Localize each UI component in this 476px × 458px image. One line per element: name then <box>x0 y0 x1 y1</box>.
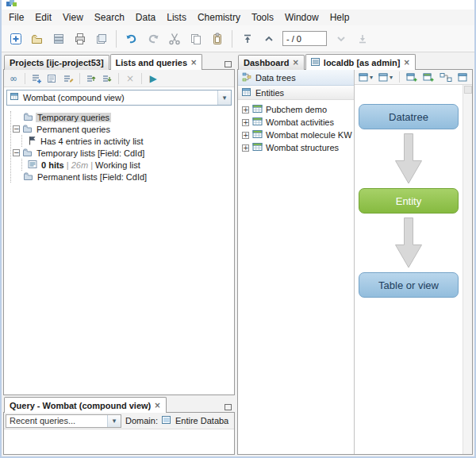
expand-icon[interactable]: + <box>242 119 249 126</box>
right-column: Dashboard × localdb [as admin] × <box>237 54 473 455</box>
chevron-down-icon[interactable]: ▾ <box>107 415 121 427</box>
queries-folder-icon <box>23 112 33 123</box>
minimize-panel-button[interactable] <box>225 61 232 67</box>
expand-icon[interactable]: + <box>242 144 249 152</box>
undo-button[interactable] <box>121 29 141 48</box>
tree-item-wombat-activities[interactable]: + Wombat activities <box>242 116 352 129</box>
new-query-button[interactable]: ∞ <box>6 71 21 86</box>
new-entity-button[interactable] <box>421 71 436 83</box>
new-button[interactable] <box>6 29 25 48</box>
last-row-button[interactable] <box>352 29 372 48</box>
menu-search[interactable]: Search <box>89 10 130 25</box>
recent-queries-combo[interactable]: Recent queries... ▾ <box>6 414 121 428</box>
tree-item-permanent-queries[interactable]: − Permanent queries <box>13 123 232 135</box>
redo-button[interactable] <box>143 29 163 48</box>
tab-lists-and-queries[interactable]: Lists and queries × <box>110 54 203 70</box>
list-operations-button[interactable] <box>84 71 98 86</box>
tree-item-working-list[interactable]: 0 hits | 26m | Working list <box>28 159 232 171</box>
expand-icon[interactable]: + <box>242 132 249 139</box>
down-arrow-icon <box>393 217 424 268</box>
expand-icon[interactable]: + <box>242 106 249 114</box>
lists-folder-icon <box>23 171 33 183</box>
tree-item-label: Wombat activities <box>266 117 334 127</box>
cut-button[interactable] <box>164 29 184 48</box>
view-mode-button[interactable]: ▾ <box>357 71 374 83</box>
paste-button[interactable] <box>207 29 227 48</box>
query-controls: Recent queries... ▾ Domain: Entire Datab… <box>4 413 234 429</box>
chevron-down-icon[interactable]: ▾ <box>217 90 231 105</box>
run-query-button[interactable]: ▶ <box>146 71 160 86</box>
list-settings-button[interactable] <box>100 71 114 86</box>
print-button[interactable] <box>70 29 90 48</box>
tree-item-permanent-lists[interactable]: Permanent lists [Field: CdId] <box>13 171 232 183</box>
menu-help[interactable]: Help <box>324 10 355 25</box>
menu-data[interactable]: Data <box>130 10 161 25</box>
next-row-button[interactable] <box>331 29 351 48</box>
table-or-view-node[interactable]: Table or view <box>359 272 459 298</box>
open-button[interactable] <box>27 29 47 48</box>
title-bar <box>2 0 474 10</box>
tree-item-label: Temporary queries <box>36 113 111 122</box>
menu-tools[interactable]: Tools <box>246 10 279 25</box>
working-list-name: Working list <box>95 160 140 170</box>
close-icon[interactable]: × <box>292 59 298 67</box>
entity-table-icon <box>252 129 263 140</box>
previous-row-button[interactable] <box>259 29 278 48</box>
menu-lists[interactable]: Lists <box>161 10 192 25</box>
tab-localdb[interactable]: localdb [as admin] × <box>305 54 416 70</box>
close-icon[interactable]: × <box>154 402 160 410</box>
domain-label: Domain: <box>125 416 158 425</box>
layers-button[interactable] <box>91 29 111 48</box>
tab-query-wombat[interactable]: Query - Wombat (compound view) × <box>4 397 167 413</box>
tree-item-wombat-molecule-kw[interactable]: + Wombat molecule KW <box>242 129 352 141</box>
display-options-button[interactable]: ▾ <box>377 71 394 83</box>
menu-bar: File Edit View Search Data Lists Chemist… <box>2 10 474 25</box>
tree-item-wombat-structures[interactable]: + Wombat structures <box>242 141 352 154</box>
entity-table-icon <box>252 142 263 153</box>
row-counter-field[interactable]: - / 0 <box>282 31 327 46</box>
copy-button[interactable] <box>186 29 205 48</box>
close-icon[interactable]: × <box>190 59 197 67</box>
tree-item-temporary-queries[interactable]: Temporary queries <box>13 111 232 123</box>
new-list-button[interactable] <box>29 71 44 86</box>
vertical-scrollbar[interactable] <box>463 85 472 454</box>
recent-queries-value: Recent queries... <box>10 416 75 425</box>
view-selector-combo[interactable]: Wombat (compound view) ▾ <box>6 90 232 106</box>
entity-table-icon <box>252 104 263 115</box>
tab-projects[interactable]: Projects [ijc-project53] <box>4 55 109 70</box>
tree-item-pubchem-demo[interactable]: + Pubchem demo <box>242 103 352 116</box>
tab-dashboard[interactable]: Dashboard × <box>238 55 305 70</box>
menu-view[interactable]: View <box>57 10 89 25</box>
menu-edit[interactable]: Edit <box>29 10 57 25</box>
entity-node-label: Entity <box>396 195 422 207</box>
close-icon[interactable]: × <box>403 59 409 67</box>
entity-node[interactable]: Entity <box>359 188 459 214</box>
new-relationship-button[interactable] <box>438 71 454 83</box>
domain-value[interactable]: Entire Databa <box>175 416 228 425</box>
new-list-from-selection-button[interactable] <box>45 71 60 86</box>
schema-settings-button[interactable] <box>456 71 470 83</box>
edit-list-button[interactable] <box>61 71 75 86</box>
scrollbar-button[interactable] <box>464 86 472 94</box>
collapse-icon[interactable]: − <box>13 125 20 133</box>
menu-window[interactable]: Window <box>279 10 324 25</box>
new-datatree-button[interactable] <box>405 71 419 83</box>
entities-tree: + Pubchem demo + Wombat activities <box>238 100 354 454</box>
main-toolbar: - / 0 <box>2 25 474 52</box>
menu-file[interactable]: File <box>3 10 29 25</box>
data-trees-header: Data trees <box>238 70 354 86</box>
entities-header[interactable]: Entities <box>238 86 354 100</box>
save-button[interactable] <box>48 29 68 48</box>
delete-button[interactable]: × <box>123 71 137 86</box>
tree-item-activity-query[interactable]: Has 4 entries in activity list <box>28 135 232 147</box>
collapse-icon[interactable]: − <box>13 149 20 156</box>
first-row-button[interactable] <box>237 29 257 48</box>
datatree-node[interactable]: Datatree <box>359 104 459 129</box>
working-list-age: 26m <box>71 160 88 170</box>
minimize-panel-button[interactable] <box>225 404 232 410</box>
schema-main: Datatree Entity <box>355 85 472 454</box>
query-editor-area[interactable] <box>4 429 234 454</box>
tree-item-temporary-lists[interactable]: − Temporary lists [Field: CdId] <box>13 147 232 159</box>
menu-chemistry[interactable]: Chemistry <box>192 10 246 25</box>
schema-canvas[interactable]: Datatree Entity <box>355 85 463 454</box>
